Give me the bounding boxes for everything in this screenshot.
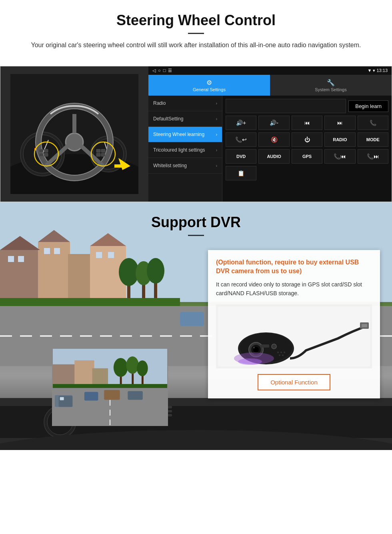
begin-learn-button[interactable]: Begin learn xyxy=(348,100,388,112)
menu-item-tricolor[interactable]: Tricoloured light settings › xyxy=(148,142,222,158)
back-icon[interactable]: ◁ xyxy=(152,68,156,73)
svg-rect-86 xyxy=(92,368,108,386)
swc-description: Your original car's steering wheel contr… xyxy=(24,40,368,50)
svg-point-73 xyxy=(253,347,255,348)
svg-point-88 xyxy=(114,358,128,377)
home-icon[interactable]: ○ xyxy=(158,68,161,73)
svg-point-77 xyxy=(280,352,282,353)
menu-item-default[interactable]: DefaultSetting › xyxy=(148,111,222,127)
power-icon: ⏻ xyxy=(304,136,310,143)
next-button[interactable]: ⏭ xyxy=(324,116,355,130)
audio-button[interactable]: AUDIO xyxy=(258,149,289,164)
call-button[interactable]: 📞 xyxy=(358,116,388,130)
svg-rect-23 xyxy=(96,153,100,156)
dvr-description: It can record video only to storage in G… xyxy=(216,280,372,298)
status-time: 13:13 xyxy=(376,68,388,73)
tab-general-settings[interactable]: ⚙ General Settings xyxy=(148,75,270,96)
svg-rect-17 xyxy=(44,149,48,152)
android-ui-panel: ◁ ○ □ ☰ ▼ ▾ 13:13 ⚙ General Settings 🔧 S… xyxy=(148,66,392,202)
steering-wheel-svg xyxy=(10,74,138,194)
svg-rect-50 xyxy=(180,312,204,326)
dvr-info-box: (Optional function, require to buy exter… xyxy=(208,250,380,398)
extra-icon: 📋 xyxy=(238,170,244,176)
ctrl-row-4: 📋 xyxy=(226,166,388,180)
call-next-button[interactable]: 📞⏭ xyxy=(358,149,388,164)
chevron-icon: › xyxy=(216,164,217,168)
prev-button[interactable]: ⏮ xyxy=(292,116,322,130)
menu-item-steering[interactable]: Steering Wheel learning › xyxy=(148,127,222,142)
dvr-camera-svg xyxy=(218,306,370,366)
svg-rect-75 xyxy=(261,344,269,348)
mute-button[interactable]: 🔇 xyxy=(258,132,289,147)
svg-rect-16 xyxy=(39,149,43,152)
optional-function-button[interactable]: Optional Function xyxy=(258,374,330,390)
svg-rect-24 xyxy=(101,153,105,156)
dvd-button[interactable]: DVD xyxy=(226,149,256,164)
svg-point-46 xyxy=(147,258,164,284)
call-prev-button[interactable]: 📞⏮ xyxy=(324,149,355,164)
svg-point-80 xyxy=(282,354,284,356)
svg-rect-30 xyxy=(68,254,92,302)
steering-wheel-control-section: Steering Wheel Control Your original car… xyxy=(0,0,392,66)
gps-button[interactable]: GPS xyxy=(292,149,322,164)
chevron-icon: › xyxy=(216,117,217,121)
support-dvr-section: Support DVR (Optional function, require … xyxy=(0,202,392,450)
dvr-optional-text: (Optional function, require to buy exter… xyxy=(216,258,372,276)
svg-rect-22 xyxy=(101,149,105,152)
svg-point-11 xyxy=(66,133,83,151)
recent-icon[interactable]: □ xyxy=(163,68,166,73)
dvr-title-area: Support DVR xyxy=(0,202,392,240)
radio-label: RADIO xyxy=(333,137,347,142)
tab-bar: ⚙ General Settings 🔧 System Settings xyxy=(148,75,392,96)
vol-down-button[interactable]: 🔊- xyxy=(258,116,289,130)
svg-point-78 xyxy=(284,352,285,353)
svg-rect-21 xyxy=(96,149,100,152)
svg-point-79 xyxy=(279,354,280,356)
menu-default-label: DefaultSetting xyxy=(153,116,183,122)
tab-system-settings[interactable]: 🔧 System Settings xyxy=(270,75,392,96)
svg-point-90 xyxy=(126,356,139,374)
svg-rect-40 xyxy=(108,252,114,258)
call-icon: 📞 xyxy=(370,120,376,126)
svg-rect-19 xyxy=(44,153,48,156)
vol-up-button[interactable]: 🔊+ xyxy=(226,116,256,130)
dvr-divider xyxy=(188,235,204,236)
signal-icon: ▼ xyxy=(367,68,372,73)
hangup-button[interactable]: 📞↩ xyxy=(226,132,256,147)
ctrl-row-1: 🔊+ 🔊- ⏮ ⏭ 📞 xyxy=(226,116,388,130)
begin-learn-row: Begin learn xyxy=(226,99,388,113)
mode-button[interactable]: MODE xyxy=(358,132,388,147)
menu-whitelist-label: Whitelist setting xyxy=(153,163,187,168)
gear-icon: ⚙ xyxy=(206,79,212,86)
tab-general-label: General Settings xyxy=(193,87,226,92)
svg-point-92 xyxy=(137,360,148,376)
call-next-icon: 📞⏭ xyxy=(367,153,379,160)
swc-title: Steering Wheel Control xyxy=(16,12,376,29)
menu-item-radio[interactable]: Radio › xyxy=(148,96,222,111)
svg-rect-37 xyxy=(44,248,50,254)
extra-button[interactable]: 📋 xyxy=(226,166,256,180)
wifi-icon: ▾ xyxy=(373,68,375,73)
vol-up-icon: 🔊+ xyxy=(236,120,246,126)
svg-point-82 xyxy=(238,358,262,365)
radio-button[interactable]: RADIO xyxy=(324,132,355,147)
panel-content: Radio › DefaultSetting › Steering Wheel … xyxy=(148,96,392,202)
ctrl-row-2: 📞↩ 🔇 ⏻ RADIO MODE xyxy=(226,132,388,147)
menu-tricolor-label: Tricoloured light settings xyxy=(153,147,205,153)
menu-item-whitelist[interactable]: Whitelist setting › xyxy=(148,158,222,174)
svg-rect-39 xyxy=(96,252,102,258)
dvr-camera-image xyxy=(216,304,372,368)
controls-panel: Begin learn 🔊+ 🔊- ⏮ ⏭ xyxy=(222,96,392,202)
status-bar: ◁ ○ □ ☰ ▼ ▾ 13:13 xyxy=(148,66,392,75)
svg-point-76 xyxy=(277,352,279,353)
ctrl-row-3: DVD AUDIO GPS 📞⏮ 📞⏭ xyxy=(226,149,388,164)
svg-rect-101 xyxy=(60,397,64,400)
menu-radio-label: Radio xyxy=(153,100,166,106)
svg-rect-38 xyxy=(54,248,60,254)
dvd-label: DVD xyxy=(236,154,246,159)
dvr-title: Support DVR xyxy=(16,214,376,231)
menu-icon[interactable]: ☰ xyxy=(168,68,172,73)
mute-icon: 🔇 xyxy=(271,136,278,143)
next-icon: ⏭ xyxy=(337,120,343,126)
power-button[interactable]: ⏻ xyxy=(292,132,322,147)
